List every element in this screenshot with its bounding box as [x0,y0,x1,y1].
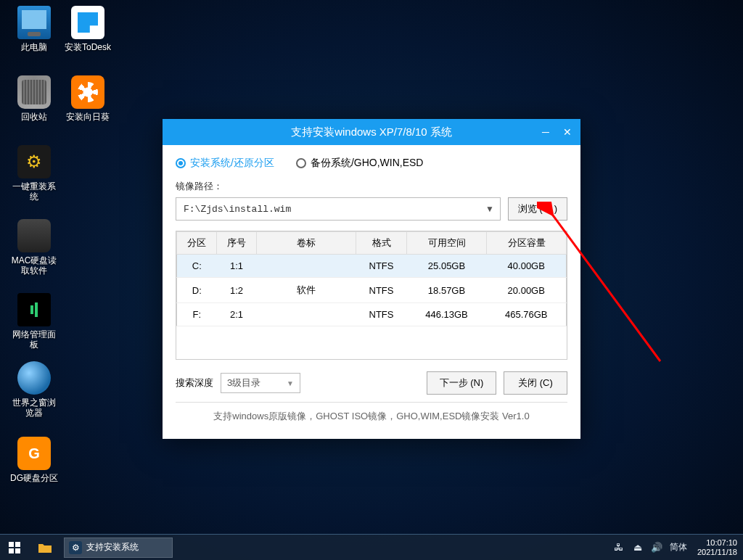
globe-icon [17,361,51,395]
taskbar-task-installer[interactable]: ⚙ 支持安装系统 [64,538,173,558]
dialog-titlebar[interactable]: 支持安装windows XP/7/8/10 系统 ─ ✕ [163,119,580,145]
desktop-icon-network-panel[interactable]: 网络管理面板 [9,293,59,350]
desktop-icon-recycle-bin[interactable]: 回收站 [9,75,59,122]
taskbar: ⚙ 支持安装系统 🖧 ⏏ 🔊 简体 10:07:10 2021/11/18 [0,534,743,560]
table-row[interactable]: F: 2:1 NTFS 446.13GB 465.76GB [177,303,567,326]
radio-label: 安装系统/还原分区 [190,157,274,170]
browse-button[interactable]: 浏览 ( B ) [508,197,567,221]
pc-icon [17,6,51,39]
col-format: 格式 [356,232,407,255]
table-row[interactable]: C: 1:1 NTFS 25.05GB 40.00GB [177,255,567,278]
sunflower-icon [71,75,104,109]
close-button[interactable]: ✕ [560,125,575,139]
radio-circle-icon [296,158,306,168]
gear-icon [17,145,51,178]
desktop-icon-todesk[interactable]: 安装ToDesk [62,6,113,52]
table-row[interactable]: D: 1:2 软件 NTFS 18.57GB 20.00GB [177,278,567,303]
search-depth-dropdown[interactable]: 3级目录 [221,373,300,393]
dialog-footer-text: 支持windows原版镜像，GHOST ISO镜像，GHO,WIM,ESD镜像安… [176,402,567,432]
start-button[interactable] [0,535,29,560]
volume-tray-icon[interactable]: 🔊 [651,542,662,553]
desktop-icon-label: 安装向日葵 [62,112,113,122]
minimize-button[interactable]: ─ [538,125,553,139]
radio-dot-icon [176,158,186,168]
desktop-icon-label: MAC硬盘读取软件 [9,255,59,276]
usb-tray-icon[interactable]: ⏏ [632,542,644,553]
taskbar-task-label: 支持安装系统 [86,541,139,553]
col-index: 序号 [217,232,257,255]
desktop-icon-label: 网络管理面板 [9,329,59,350]
image-path-label: 镜像路径： [176,180,567,193]
folder-icon [38,542,52,553]
partition-table[interactable]: 分区 序号 卷标 格式 可用空间 分区容量 C: 1:1 NTFS 25.05G… [176,231,567,360]
dropdown-icon[interactable]: ▼ [480,204,500,214]
desktop-icon-label: 此电脑 [9,42,59,52]
desktop-icon-mac-disk[interactable]: MAC硬盘读取软件 [9,219,59,276]
radio-label: 备份系统/GHO,WIN,ESD [311,157,424,170]
svg-rect-4 [15,548,20,553]
table-header-row: 分区 序号 卷标 格式 可用空间 分区容量 [177,232,567,255]
col-partition: 分区 [177,232,217,255]
taskbar-date: 2021/11/18 [697,548,737,557]
windows-icon [9,542,20,553]
col-volume: 卷标 [257,232,356,255]
network-icon [17,293,51,326]
install-dialog: 支持安装windows XP/7/8/10 系统 ─ ✕ 安装系统/还原分区 备… [163,119,580,439]
gear-icon: ⚙ [69,541,82,554]
taskbar-clock[interactable]: 10:07:10 2021/11/18 [697,538,737,557]
desktop-icon-label: DG硬盘分区 [9,473,59,483]
desktop-icon-world-browser[interactable]: 世界之窗浏览器 [9,361,59,418]
taskbar-time: 10:07:10 [697,538,737,548]
desktop-icon-this-pc[interactable]: 此电脑 [9,6,59,52]
desktop-icon-label: 世界之窗浏览器 [9,398,59,418]
recycle-bin-icon [17,75,51,109]
svg-rect-3 [9,548,14,553]
svg-rect-2 [15,542,20,547]
desktop-icon-label: 安装ToDesk [62,42,113,52]
radio-install-restore[interactable]: 安装系统/还原分区 [176,157,274,170]
dg-icon: G [17,437,51,470]
search-depth-value: 3级目录 [227,376,260,390]
desktop-icon-label: 一键重装系统 [9,181,59,202]
desktop-icon-dg-partition[interactable]: G DG硬盘分区 [9,437,59,483]
todesk-icon [71,6,104,39]
svg-rect-1 [9,542,14,547]
desktop-icon-reinstall[interactable]: 一键重装系统 [9,145,59,202]
ime-indicator[interactable]: 简体 [670,542,687,553]
dialog-title: 支持安装windows XP/7/8/10 系统 [291,125,452,139]
network-tray-icon[interactable]: 🖧 [613,542,625,553]
desktop-icon-label: 回收站 [9,112,59,122]
taskbar-explorer[interactable] [29,535,61,560]
radio-backup[interactable]: 备份系统/GHO,WIN,ESD [296,157,424,170]
search-depth-label: 搜索深度 [176,376,213,390]
apple-icon [17,219,51,252]
image-path-input[interactable]: F:\Zjds\install.wim ▼ [176,197,501,221]
desktop-icon-sunflower[interactable]: 安装向日葵 [62,75,113,122]
close-dialog-button[interactable]: 关闭 (C) [504,371,567,395]
col-capacity: 分区容量 [487,232,567,255]
col-free: 可用空间 [407,232,487,255]
image-path-value: F:\Zjds\install.wim [176,204,480,215]
next-button[interactable]: 下一步 (N) [427,371,496,395]
